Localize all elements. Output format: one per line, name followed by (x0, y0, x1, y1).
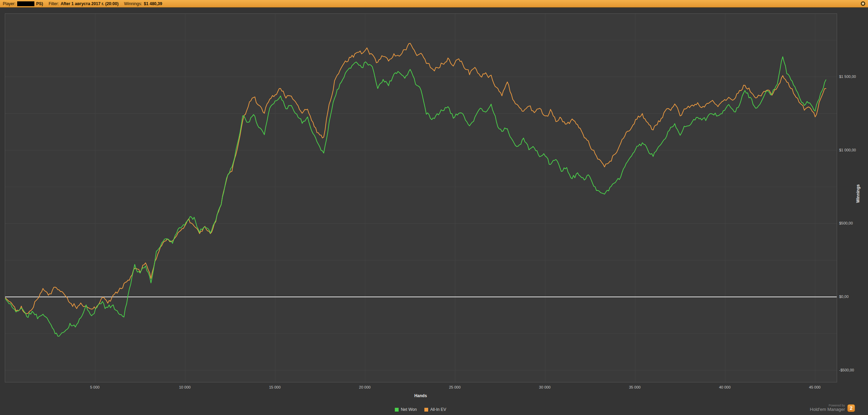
x-tick-label: 30 000 (539, 385, 551, 389)
brand-text: Powered by Hold'em Manager (810, 404, 845, 412)
branding: Powered by Hold'em Manager 2 (810, 404, 855, 412)
y-tick-label: $1 000,00 (839, 148, 856, 152)
legend-swatch-icon (395, 408, 399, 412)
legend-label: Net Won (401, 407, 416, 412)
hm2-logo-icon: 2 (847, 404, 855, 412)
y-tick-label: -$500,00 (839, 368, 854, 372)
filter-label: Filter: (48, 1, 59, 6)
y-tick-label: $1 500,00 (839, 74, 856, 79)
player-suffix: PS) (36, 1, 43, 6)
y-axis-title: Winnings (856, 176, 861, 211)
title-bar: Player: PS) Filter: After 1 августа 2017… (0, 0, 868, 8)
winnings-graph (5, 13, 837, 382)
series-line-net-won (5, 57, 826, 336)
x-tick-label: 45 000 (809, 385, 821, 389)
legend-swatch-icon (424, 408, 428, 412)
player-name-redacted (17, 1, 34, 6)
app-window: Player: PS) Filter: After 1 августа 2017… (0, 0, 868, 415)
player-label: Player: (3, 1, 15, 6)
x-tick-label: 40 000 (719, 385, 731, 389)
filter-value: After 1 августа 2017 г. (20:00) (60, 1, 119, 6)
x-tick-label: 25 000 (449, 385, 461, 389)
brand-name: Hold'em Manager (810, 407, 845, 412)
winnings-value: $1 480,39 (144, 1, 162, 6)
x-tick-label: 15 000 (269, 385, 281, 389)
y-tick-label: $500,00 (839, 221, 853, 225)
y-tick-label: $0,00 (839, 295, 849, 299)
legend-label: All-In EV (430, 407, 446, 412)
x-tick-label: 20 000 (359, 385, 371, 389)
x-tick-label: 5 000 (90, 385, 100, 389)
legend-item-net-won[interactable]: Net Won (395, 407, 416, 412)
legend-item-all-in-ev[interactable]: All-In EV (424, 407, 446, 412)
x-axis-title: Hands (5, 393, 836, 398)
circle-icon[interactable] (861, 1, 865, 6)
x-tick-label: 35 000 (629, 385, 641, 389)
legend: Net WonAll-In EV (5, 407, 836, 412)
winnings-label: Winnings: (124, 1, 142, 6)
chart-canvas (5, 14, 837, 382)
x-tick-label: 10 000 (179, 385, 191, 389)
